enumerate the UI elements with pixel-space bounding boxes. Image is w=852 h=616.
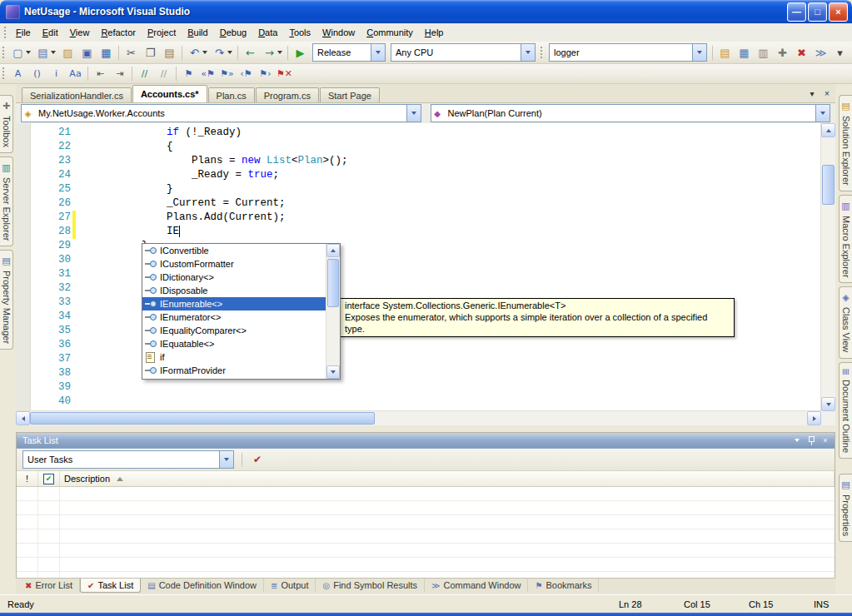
scroll-down-button[interactable] xyxy=(821,397,835,411)
column-header-description[interactable]: Description xyxy=(60,471,835,486)
tool-tab-property-manager[interactable]: ▤Property Manager xyxy=(0,250,13,350)
add-new-item-button[interactable]: ▤ xyxy=(33,44,58,61)
editor-vertical-scrollbar[interactable] xyxy=(820,123,835,411)
solution-configuration-combo[interactable]: Release xyxy=(312,43,386,62)
menu-edit[interactable]: Edit xyxy=(37,25,64,40)
copy-button[interactable]: ❐ xyxy=(141,44,160,61)
menu-data[interactable]: Data xyxy=(252,25,283,40)
toolbar-options-button[interactable]: ▾ xyxy=(830,44,850,61)
task-row[interactable] xyxy=(17,501,835,515)
toolbar-grip[interactable] xyxy=(540,46,544,60)
find-combo[interactable]: logger xyxy=(549,43,707,62)
tool-tab-document-outline[interactable]: ≣Document Outline xyxy=(839,362,852,459)
task-list-title-bar[interactable]: Task List × xyxy=(17,433,835,449)
intellisense-item-iconvertible[interactable]: IConvertible xyxy=(142,244,326,257)
panel-tab-find-symbol-results[interactable]: ◎Find Symbol Results xyxy=(316,579,425,592)
intellisense-item-ienumerator[interactable]: IEnumerator<> xyxy=(142,310,326,324)
scroll-right-button[interactable] xyxy=(807,411,821,425)
solution-platform-combo[interactable]: Any CPU xyxy=(391,43,536,62)
panel-tab-error-list[interactable]: ✖Error List xyxy=(18,579,80,592)
save-all-button[interactable]: ▦ xyxy=(97,44,116,61)
solution-explorer-button[interactable]: ▤ xyxy=(715,44,735,61)
tool-tab-properties[interactable]: ▤Properties xyxy=(839,474,852,542)
close-panel-button[interactable]: × xyxy=(819,435,832,446)
close-document-button[interactable]: × xyxy=(820,87,834,100)
intellisense-item-idisposable[interactable]: IDisposable xyxy=(142,284,326,297)
menu-debug[interactable]: Debug xyxy=(214,25,252,40)
menu-tools[interactable]: Tools xyxy=(283,25,316,40)
members-dropdown-arrow[interactable] xyxy=(815,105,830,122)
panel-splitter[interactable] xyxy=(16,425,835,432)
redo-dropdown-arrow[interactable] xyxy=(227,51,232,54)
tab-program-cs[interactable]: Program.cs xyxy=(256,87,319,102)
find-combo-arrow[interactable] xyxy=(692,44,706,61)
auto-hide-button[interactable] xyxy=(805,435,818,446)
intellisense-item-iformatprovider[interactable]: IFormatProvider xyxy=(142,364,326,377)
task-list-filter-dropdown[interactable]: User Tasks xyxy=(22,450,234,469)
task-row[interactable] xyxy=(17,529,835,544)
start-debugging-button[interactable]: ▶ xyxy=(291,44,310,61)
add-new-item-dropdown-arrow[interactable] xyxy=(51,51,56,54)
tool-tab-toolbox[interactable]: ✚Toolbox xyxy=(0,95,13,153)
panel-tab-command-window[interactable]: ≫Command Window xyxy=(425,579,528,592)
display-quick-info-button[interactable]: i xyxy=(47,66,66,82)
intellisense-item-ienumerable[interactable]: IEnumerable<> xyxy=(142,297,326,310)
horizontal-scrollbar-thumb[interactable] xyxy=(30,412,375,425)
menu-refactor[interactable]: Refactor xyxy=(95,25,142,40)
menu-build[interactable]: Build xyxy=(182,25,213,40)
toolbar-grip[interactable] xyxy=(2,46,6,60)
properties-window-button[interactable]: ▦ xyxy=(735,44,754,61)
panel-tab-output[interactable]: ≣Output xyxy=(264,579,316,592)
active-files-dropdown-button[interactable]: ▾ xyxy=(805,87,819,100)
scroll-up-button[interactable] xyxy=(326,244,340,257)
tool-tab-server-explorer[interactable]: ▥Server Explorer xyxy=(0,156,13,246)
tab-accounts-cs[interactable]: Accounts.cs* xyxy=(132,85,207,102)
next-bookmark-button[interactable]: ⚑» xyxy=(217,66,237,82)
paste-button[interactable]: ▤ xyxy=(160,44,179,61)
task-row[interactable] xyxy=(17,487,835,501)
display-parameter-info-button[interactable]: () xyxy=(27,66,47,82)
menu-window[interactable]: Window xyxy=(316,25,361,40)
close-button[interactable]: × xyxy=(829,2,848,22)
tool-tab-class-view[interactable]: ◈Class View xyxy=(839,286,852,358)
display-word-completion-button[interactable]: Aa xyxy=(66,66,85,82)
menu-project[interactable]: Project xyxy=(142,25,182,40)
column-header-priority[interactable]: ! xyxy=(17,471,38,486)
code-editor[interactable]: 21 if (!_Ready)22 {23 Plans = new List<P… xyxy=(16,123,835,425)
navigate-forward-dropdown-arrow[interactable] xyxy=(277,51,282,54)
navigate-backward-button[interactable]: ← xyxy=(241,44,260,61)
code-area[interactable]: 21 if (!_Ready)22 {23 Plans = new List<P… xyxy=(16,126,821,409)
task-list-filter-arrow[interactable] xyxy=(219,451,233,468)
solution-configuration-combo-arrow[interactable] xyxy=(371,44,385,61)
redo-button[interactable]: ↷ xyxy=(210,44,235,61)
decrease-indent-button[interactable]: ⇤ xyxy=(91,66,110,82)
scroll-up-button[interactable] xyxy=(821,123,835,137)
window-position-button[interactable] xyxy=(790,435,804,446)
display-object-member-list-button[interactable]: A xyxy=(8,66,27,82)
menubar-grip[interactable] xyxy=(3,26,7,40)
comment-selection-button[interactable]: // xyxy=(135,66,154,82)
intellisense-scrollbar[interactable] xyxy=(326,244,340,379)
menu-file[interactable]: File xyxy=(10,25,37,40)
column-header-checked[interactable]: ✔ xyxy=(38,471,60,486)
task-row[interactable] xyxy=(17,544,835,558)
members-dropdown[interactable]: ◆ NewPlan(Plan Current) xyxy=(431,104,831,122)
minimize-button[interactable]: — xyxy=(787,2,806,22)
toggle-bookmark-button[interactable]: ⚑ xyxy=(179,66,198,82)
previous-bookmark-in-folder-button[interactable]: ‹⚑ xyxy=(237,66,256,82)
task-list-grid[interactable] xyxy=(17,487,835,578)
error-list-button[interactable]: ✖ xyxy=(792,44,811,61)
tab-plan-cs[interactable]: Plan.cs xyxy=(208,87,255,102)
create-user-task-button[interactable]: ✔ xyxy=(247,450,267,469)
scroll-left-button[interactable] xyxy=(16,411,30,425)
undo-button[interactable]: ↶ xyxy=(185,44,210,61)
types-dropdown[interactable]: ◈ My.NetUsage.Worker.Accounts xyxy=(21,104,421,122)
uncomment-selection-button[interactable]: // xyxy=(154,66,173,82)
task-row[interactable] xyxy=(17,515,835,529)
immediate-window-button[interactable]: ≫ xyxy=(811,44,830,61)
title-bar[interactable]: NetUsage - Microsoft Visual Studio —□× xyxy=(0,0,852,23)
intellisense-item-iequalitycomparer[interactable]: IEqualityComparer<> xyxy=(142,324,326,337)
object-browser-button[interactable]: ▥ xyxy=(754,44,773,61)
new-project-dropdown-arrow[interactable] xyxy=(26,51,31,54)
task-row[interactable] xyxy=(17,558,835,572)
